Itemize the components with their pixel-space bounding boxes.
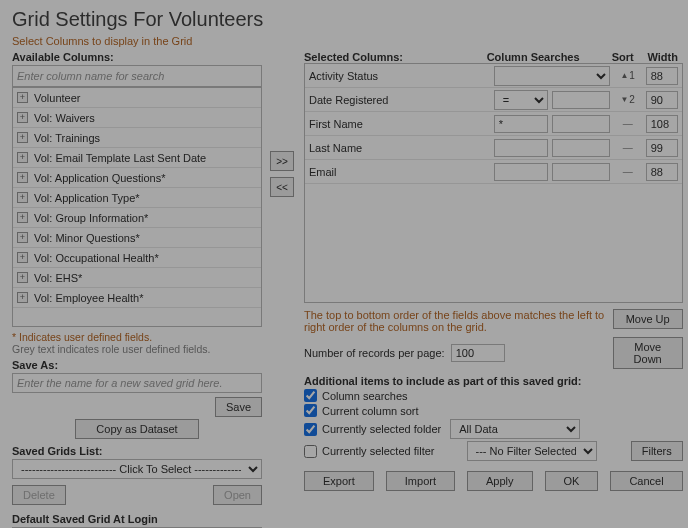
expand-icon[interactable]: + <box>17 172 28 183</box>
expand-icon[interactable]: + <box>17 252 28 263</box>
selected-item-label: Last Name <box>309 142 490 154</box>
expand-icon[interactable]: + <box>17 152 28 163</box>
column-searches-checkbox[interactable] <box>304 389 317 402</box>
available-item[interactable]: +Vol: Application Questions* <box>13 168 261 188</box>
page-title: Grid Settings For Volunteers <box>12 8 676 31</box>
available-item-label: Vol: Employee Health* <box>34 292 143 304</box>
delete-button[interactable]: Delete <box>12 485 66 505</box>
move-down-button[interactable]: Move Down <box>613 337 683 369</box>
import-button[interactable]: Import <box>386 471 455 491</box>
default-grid-label: Default Saved Grid At Login <box>12 513 262 525</box>
expand-icon[interactable]: + <box>17 232 28 243</box>
expand-icon[interactable]: + <box>17 292 28 303</box>
expand-icon[interactable]: + <box>17 212 28 223</box>
width-input[interactable] <box>646 67 678 85</box>
column-searches-label: Column Searches <box>487 51 603 63</box>
available-item-label: Vol: Trainings <box>34 132 100 144</box>
width-header: Width <box>643 51 683 63</box>
available-item-label: Volunteer <box>34 92 80 104</box>
expand-icon[interactable]: + <box>17 272 28 283</box>
selected-columns-label: Selected Columns: <box>304 51 487 63</box>
current-sort-text: Current column sort <box>322 405 419 417</box>
available-item[interactable]: +Volunteer <box>13 88 261 108</box>
width-input[interactable] <box>646 139 678 157</box>
expand-icon[interactable]: + <box>17 192 28 203</box>
available-item[interactable]: +Vol: Employee Health* <box>13 288 261 308</box>
records-label: Number of records per page: <box>304 347 445 359</box>
records-input[interactable] <box>451 344 505 362</box>
selected-folder-text: Currently selected folder <box>322 423 441 435</box>
available-item-label: Vol: Occupational Health* <box>34 252 159 264</box>
width-input[interactable] <box>646 115 678 133</box>
available-item[interactable]: +Vol: EHS* <box>13 268 261 288</box>
sort-indicator[interactable]: — <box>614 142 642 153</box>
selected-item[interactable]: Date Registered=▼ 2 <box>305 88 682 112</box>
order-hint: The top to bottom order of the fields ab… <box>304 309 605 333</box>
available-item-label: Vol: Email Template Last Sent Date <box>34 152 206 164</box>
sort-indicator[interactable]: ▲ 1 <box>614 70 642 81</box>
filter-select[interactable]: --- No Filter Selected --- <box>467 441 597 461</box>
available-item[interactable]: +Vol: Occupational Health* <box>13 248 261 268</box>
available-item-label: Vol: Application Questions* <box>34 172 165 184</box>
filters-button[interactable]: Filters <box>631 441 683 461</box>
sort-header: Sort <box>603 51 643 63</box>
search-select[interactable] <box>494 66 610 86</box>
selected-item-label: Date Registered <box>309 94 490 106</box>
folder-select[interactable]: All Data <box>450 419 580 439</box>
search-op-input[interactable] <box>494 163 548 181</box>
expand-icon[interactable]: + <box>17 92 28 103</box>
selected-filter-checkbox[interactable] <box>304 445 317 458</box>
selected-item-label: Email <box>309 166 490 178</box>
search-op-input[interactable] <box>494 115 548 133</box>
available-item[interactable]: +Vol: Application Type* <box>13 188 261 208</box>
search-value-input[interactable] <box>552 163 610 181</box>
role-note: Grey text indicates role user defined fi… <box>12 343 262 355</box>
column-searches-text: Column searches <box>322 390 408 402</box>
selected-columns-list[interactable]: Activity Status▲ 1Date Registered=▼ 2Fir… <box>304 63 683 303</box>
available-item-label: Vol: EHS* <box>34 272 82 284</box>
open-button[interactable]: Open <box>213 485 262 505</box>
saved-grids-select[interactable]: -------------------------- Click To Sele… <box>12 459 262 479</box>
selected-item[interactable]: Email— <box>305 160 682 184</box>
available-item[interactable]: +Vol: Group Information* <box>13 208 261 228</box>
expand-icon[interactable]: + <box>17 132 28 143</box>
selected-item[interactable]: First Name— <box>305 112 682 136</box>
available-search-input[interactable] <box>12 65 262 87</box>
expand-icon[interactable]: + <box>17 112 28 123</box>
move-left-button[interactable]: << <box>270 177 294 197</box>
selected-item-label: First Name <box>309 118 490 130</box>
selected-item[interactable]: Activity Status▲ 1 <box>305 64 682 88</box>
save-as-input[interactable] <box>12 373 262 393</box>
apply-button[interactable]: Apply <box>467 471 533 491</box>
selected-item-label: Activity Status <box>309 70 490 82</box>
current-sort-checkbox[interactable] <box>304 404 317 417</box>
search-value-input[interactable] <box>552 91 610 109</box>
move-up-button[interactable]: Move Up <box>613 309 683 329</box>
sort-indicator[interactable]: — <box>614 166 642 177</box>
available-item[interactable]: +Vol: Waivers <box>13 108 261 128</box>
selected-folder-checkbox[interactable] <box>304 423 317 436</box>
ok-button[interactable]: OK <box>545 471 599 491</box>
search-op-select[interactable]: = <box>494 90 548 110</box>
width-input[interactable] <box>646 91 678 109</box>
available-columns-list[interactable]: +Volunteer+Vol: Waivers+Vol: Trainings+V… <box>12 87 262 327</box>
sort-indicator[interactable]: ▼ 2 <box>614 94 642 105</box>
udf-note: * Indicates user defined fields. <box>12 331 262 343</box>
available-item[interactable]: +Vol: Trainings <box>13 128 261 148</box>
search-value-input[interactable] <box>552 139 610 157</box>
available-item[interactable]: +Vol: Email Template Last Sent Date <box>13 148 261 168</box>
sort-indicator[interactable]: — <box>614 118 642 129</box>
available-item-label: Vol: Waivers <box>34 112 95 124</box>
selected-item[interactable]: Last Name— <box>305 136 682 160</box>
search-value-input[interactable] <box>552 115 610 133</box>
available-item[interactable]: +Vol: Minor Questions* <box>13 228 261 248</box>
export-button[interactable]: Export <box>304 471 374 491</box>
move-right-button[interactable]: >> <box>270 151 294 171</box>
search-op-input[interactable] <box>494 139 548 157</box>
cancel-button[interactable]: Cancel <box>610 471 682 491</box>
copy-dataset-button[interactable]: Copy as Dataset <box>75 419 198 439</box>
saved-grids-label: Saved Grids List: <box>12 445 262 457</box>
save-button[interactable]: Save <box>215 397 262 417</box>
available-columns-label: Available Columns: <box>12 51 262 63</box>
width-input[interactable] <box>646 163 678 181</box>
